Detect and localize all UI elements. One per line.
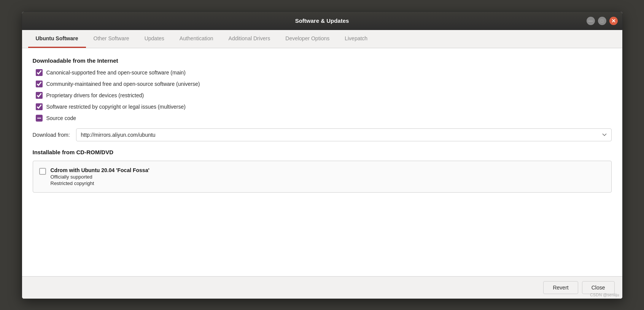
tab-authentication[interactable]: Authentication bbox=[172, 30, 221, 48]
tab-updates[interactable]: Updates bbox=[137, 30, 172, 48]
tab-livepatch[interactable]: Livepatch bbox=[337, 30, 375, 48]
titlebar: Software & Updates — □ ✕ bbox=[22, 12, 622, 30]
cdrom-section-title: Installable from CD-ROM/DVD bbox=[33, 149, 612, 155]
main-window: Software & Updates — □ ✕ Ubuntu Software… bbox=[22, 11, 623, 299]
footer: Revert Close CSDN @senliju bbox=[22, 276, 622, 299]
list-item: Canonical-supported free and open-source… bbox=[36, 69, 612, 76]
maximize-button[interactable]: □ bbox=[598, 17, 606, 25]
checkbox-universe[interactable] bbox=[36, 81, 43, 87]
list-item: Source code bbox=[36, 115, 612, 122]
list-item: Community-maintained free and open-sourc… bbox=[36, 81, 612, 87]
tab-bar: Ubuntu Software Other Software Updates A… bbox=[22, 30, 622, 48]
download-from-select[interactable]: http://mirrors.aliyun.com/ubuntu bbox=[76, 128, 612, 141]
window-title: Software & Updates bbox=[295, 17, 349, 24]
checkbox-restricted-label[interactable]: Proprietary drivers for devices (restric… bbox=[46, 92, 144, 98]
cdrom-sub-2: Restricted copyright bbox=[51, 180, 149, 186]
checkbox-source-indeterminate[interactable] bbox=[36, 115, 43, 122]
close-window-button[interactable]: ✕ bbox=[609, 17, 618, 25]
list-item: Proprietary drivers for devices (restric… bbox=[36, 92, 612, 99]
cdrom-item: Cdrom with Ubuntu 20.04 'Focal Fossa' Of… bbox=[39, 167, 605, 186]
tab-additional-drivers[interactable]: Additional Drivers bbox=[221, 30, 278, 48]
download-from-label: Download from: bbox=[33, 132, 70, 138]
tab-ubuntu-software[interactable]: Ubuntu Software bbox=[28, 30, 86, 48]
checkbox-universe-label[interactable]: Community-maintained free and open-sourc… bbox=[46, 81, 200, 87]
checkbox-main-label[interactable]: Canonical-supported free and open-source… bbox=[46, 70, 186, 76]
checkbox-multiverse[interactable] bbox=[36, 103, 43, 110]
watermark: CSDN @senliju bbox=[590, 293, 619, 297]
checkbox-main[interactable] bbox=[36, 69, 43, 76]
minimize-button[interactable]: — bbox=[587, 17, 595, 25]
list-item: Software restricted by copyright or lega… bbox=[36, 103, 612, 110]
download-from-row: Download from: http://mirrors.aliyun.com… bbox=[33, 128, 612, 141]
content-area: Downloadable from the Internet Canonical… bbox=[22, 48, 622, 276]
cdrom-checkbox[interactable] bbox=[39, 168, 46, 175]
cdrom-section: Installable from CD-ROM/DVD Cdrom with U… bbox=[33, 149, 612, 193]
window-controls: — □ ✕ bbox=[587, 17, 618, 25]
tab-developer-options[interactable]: Developer Options bbox=[278, 30, 337, 48]
checkbox-multiverse-label[interactable]: Software restricted by copyright or lega… bbox=[46, 104, 186, 110]
cdrom-title: Cdrom with Ubuntu 20.04 'Focal Fossa' bbox=[51, 167, 149, 173]
checkbox-restricted[interactable] bbox=[36, 92, 43, 99]
cdrom-box: Cdrom with Ubuntu 20.04 'Focal Fossa' Of… bbox=[33, 161, 612, 193]
tab-other-software[interactable]: Other Software bbox=[86, 30, 137, 48]
cdrom-text: Cdrom with Ubuntu 20.04 'Focal Fossa' Of… bbox=[51, 167, 149, 186]
cdrom-sub-1: Officially supported bbox=[51, 174, 149, 180]
internet-section-title: Downloadable from the Internet bbox=[33, 57, 612, 64]
revert-button[interactable]: Revert bbox=[543, 281, 578, 294]
close-button[interactable]: Close bbox=[582, 281, 615, 294]
checkbox-source-label[interactable]: Source code bbox=[46, 115, 76, 121]
